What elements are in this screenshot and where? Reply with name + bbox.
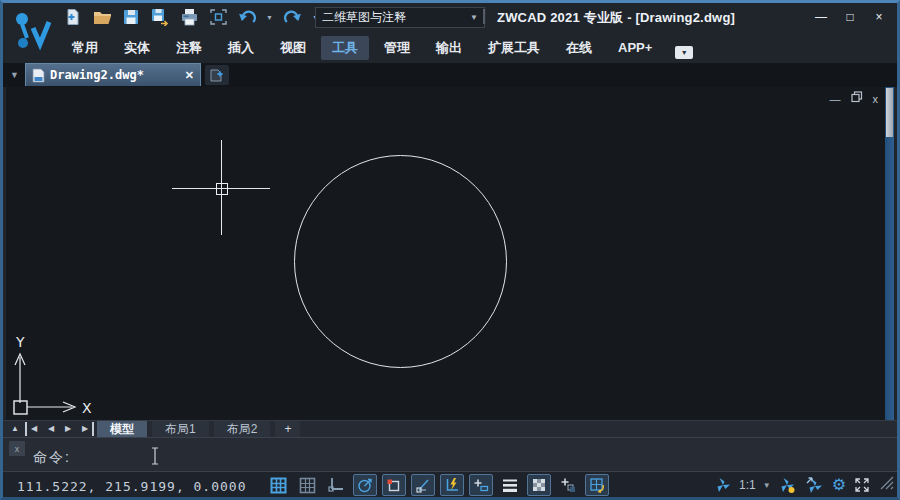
object-snap-icon[interactable] (382, 474, 406, 496)
minimize-button[interactable]: — (811, 8, 831, 26)
workspace-selector-value: 二维草图与注释 (322, 9, 406, 26)
polar-tracking-icon[interactable] (353, 474, 377, 496)
text-cursor-icon (150, 447, 160, 469)
vertical-scrollbar[interactable] (885, 87, 894, 420)
prev-layout-icon[interactable]: ◀ (44, 422, 58, 436)
fullscreen-icon[interactable] (853, 474, 871, 496)
model-paper-toggle-icon[interactable] (585, 474, 609, 496)
ribbon-tab-app[interactable]: APP+ (605, 33, 665, 63)
status-toggle-tray (266, 474, 609, 496)
new-file-icon[interactable] (63, 7, 83, 27)
layout-tab-layout1[interactable]: 布局1 (152, 421, 209, 437)
auto-annotation-icon[interactable] (805, 474, 825, 496)
print-icon[interactable] (179, 7, 199, 27)
ucs-x-label: X (82, 400, 92, 416)
object-tracking-icon[interactable] (411, 474, 435, 496)
annotation-scale-value[interactable]: 1:1 (739, 478, 756, 492)
open-folder-icon[interactable] (92, 7, 112, 27)
ribbon-collapse-icon[interactable]: ▼ (675, 46, 693, 59)
window-title: ZWCAD 2021 专业版 - [Drawing2.dwg] (497, 9, 735, 27)
quick-access-toolbar: ▼ ▼ ? (63, 6, 346, 28)
transparency-icon[interactable] (527, 474, 551, 496)
command-line-panel[interactable]: x 命令: (3, 437, 897, 472)
drawing-close-button[interactable]: x (873, 92, 879, 106)
point-display-icon[interactable] (556, 474, 580, 496)
lineweight-icon[interactable] (498, 474, 522, 496)
title-bar: ▼ ▼ ? 二维草图与注释 ▼ ZWCAD 2021 专业版 - [Drawin… (3, 3, 897, 30)
layout-tab-layout2[interactable]: 布局2 (214, 421, 271, 437)
app-logo[interactable] (9, 6, 57, 58)
save-icon[interactable] (121, 7, 141, 27)
document-tab-bar: ▼ Drawing2.dwg* ✕ (3, 63, 897, 87)
drawing-minimize-button[interactable]: — (830, 92, 841, 106)
annotation-scale-icon[interactable] (714, 474, 732, 496)
close-button[interactable]: × (869, 8, 889, 26)
annotation-scale-caret-icon[interactable]: ▼ (763, 481, 771, 490)
grid-icon[interactable] (266, 474, 290, 496)
status-bar: 111.5222, 215.9199, 0.0000 (3, 471, 897, 497)
undo-icon[interactable] (237, 7, 257, 27)
workspace-selector[interactable]: 二维草图与注释 ▼ (315, 7, 485, 28)
ribbon-tab-tools[interactable]: 工具 (321, 36, 369, 60)
print-preview-icon[interactable] (208, 7, 228, 27)
maximize-button[interactable]: □ (840, 8, 860, 26)
ribbon-tab-insert[interactable]: 插入 (215, 33, 267, 63)
ortho-icon[interactable] (324, 474, 348, 496)
drawing-window-controls: — x (830, 91, 879, 106)
title-separator (483, 9, 486, 24)
resize-grip[interactable] (880, 476, 894, 494)
ribbon-tab-online[interactable]: 在线 (553, 33, 605, 63)
annotation-visibility-icon[interactable] (778, 474, 798, 496)
ribbon-tab-bar: 常用 实体 注释 插入 视图 工具 管理 输出 扩展工具 在线 APP+ ▼ (59, 33, 693, 63)
crosshair-pickbox (216, 183, 228, 195)
ribbon-tab-manage[interactable]: 管理 (371, 33, 423, 63)
ucs-y-label: Y (15, 334, 25, 350)
window-controls: — □ × (811, 8, 889, 26)
save-as-icon[interactable] (150, 7, 170, 27)
status-right-tray: 1:1 ▼ ⚙ (714, 474, 871, 496)
layout-tab-bar: ▲ ◀ ◀ ▶ ▶ 模型 布局1 布局2 + (3, 420, 897, 437)
document-tab-active[interactable]: Drawing2.dwg* ✕ (25, 63, 201, 86)
new-document-tab-button[interactable] (205, 65, 229, 85)
circle-entity (294, 155, 507, 368)
first-layout-icon[interactable]: ◀ (25, 422, 41, 436)
command-prompt: 命令: (33, 449, 71, 467)
layout-collapse-icon[interactable]: ▲ (8, 422, 22, 436)
layout-tab-new[interactable]: + (275, 421, 300, 437)
layout-tab-model[interactable]: 模型 (97, 421, 147, 437)
dynamic-ucs-icon[interactable] (440, 474, 464, 496)
drawing-canvas[interactable]: — x Y X (6, 87, 894, 420)
redo-icon[interactable] (283, 7, 303, 27)
command-close-icon[interactable]: x (9, 441, 25, 456)
document-tab-label: Drawing2.dwg* (50, 68, 144, 82)
ucs-icon: Y X (8, 331, 100, 420)
zwcad-window: ▼ ▼ ? 二维草图与注释 ▼ ZWCAD 2021 专业版 - [Drawin… (0, 0, 900, 500)
workspace-caret-icon: ▼ (470, 13, 478, 22)
coordinates-display[interactable]: 111.5222, 215.9199, 0.0000 (17, 479, 247, 494)
ribbon-tab-express[interactable]: 扩展工具 (475, 33, 553, 63)
next-layout-icon[interactable]: ▶ (61, 422, 75, 436)
document-tab-close-icon[interactable]: ✕ (185, 69, 194, 82)
settings-gear-icon[interactable]: ⚙ (832, 477, 846, 493)
ribbon-tab-solid[interactable]: 实体 (111, 33, 163, 63)
ribbon-tab-output[interactable]: 输出 (423, 33, 475, 63)
dwg-file-icon (32, 68, 45, 83)
ribbon-tab-view[interactable]: 视图 (267, 33, 319, 63)
scrollbar-thumb[interactable] (886, 88, 893, 137)
ribbon-tab-annotate[interactable]: 注释 (163, 33, 215, 63)
last-layout-icon[interactable]: ▶ (78, 422, 94, 436)
undo-dropdown-caret[interactable]: ▼ (266, 14, 274, 21)
ribbon-tab-home[interactable]: 常用 (59, 33, 111, 63)
snap-icon[interactable] (295, 474, 319, 496)
dynamic-input-icon[interactable] (469, 474, 493, 496)
doc-tabs-menu-icon[interactable]: ▼ (10, 70, 19, 80)
drawing-restore-button[interactable] (851, 91, 863, 106)
